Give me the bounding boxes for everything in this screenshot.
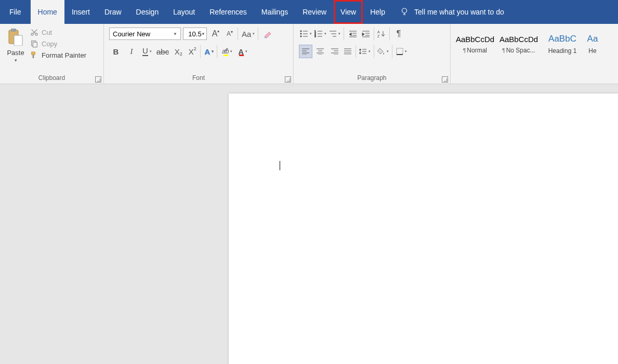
style-normal-preview: AaBbCcDd — [456, 35, 494, 44]
group-clipboard: Paste ▾ Cut Copy — [0, 24, 104, 84]
change-case-button[interactable]: Aa▾ — [241, 27, 258, 41]
style-normal[interactable]: AaBbCcDd ¶Normal — [454, 27, 496, 61]
tab-home[interactable]: Home — [31, 0, 64, 24]
show-hide-marks-button[interactable]: ¶ — [392, 27, 405, 41]
italic-button[interactable]: I — [125, 45, 138, 58]
font-name-value: Courier New — [113, 30, 150, 38]
style-heading1-label: Heading 1 — [548, 47, 577, 55]
ribbon-tabs: File Home Insert Draw Design Layout Refe… — [0, 0, 618, 24]
clipboard-dialog-launcher[interactable] — [95, 76, 101, 83]
copy-icon — [30, 39, 38, 48]
align-left-button[interactable] — [299, 45, 312, 58]
style-no-spacing[interactable]: AaBbCcDd ¶No Spac... — [497, 27, 540, 61]
cut-button[interactable]: Cut — [30, 28, 86, 36]
style-heading-2[interactable]: Aa He — [585, 27, 600, 61]
paste-icon — [7, 27, 24, 47]
lightbulb-icon — [400, 7, 409, 18]
font-size-select[interactable]: 10.5 ▼ — [183, 28, 207, 40]
scissors-icon — [30, 28, 38, 36]
tab-draw[interactable]: Draw — [97, 0, 129, 24]
font-dialog-launcher[interactable] — [285, 76, 291, 83]
svg-rect-5 — [14, 35, 22, 46]
svg-text:A: A — [377, 30, 380, 34]
tab-review[interactable]: Review — [295, 0, 334, 24]
format-painter-label: Format Painter — [42, 51, 86, 59]
svg-rect-13 — [33, 55, 34, 58]
paste-label: Paste — [7, 49, 24, 57]
style-normal-label: ¶Normal — [463, 47, 487, 54]
shading-button[interactable]: ▾ — [376, 45, 392, 58]
paste-dropdown-icon[interactable]: ▾ — [15, 58, 17, 63]
copy-button[interactable]: Copy — [30, 39, 86, 48]
tab-design[interactable]: Design — [129, 0, 166, 24]
group-styles: AaBbCcDd ¶Normal AaBbCcDd ¶No Spac... Aa… — [451, 24, 618, 84]
tell-me-label: Tell me what you want to do — [414, 8, 504, 16]
text-effects-button[interactable]: A▾ — [204, 45, 217, 58]
decrease-indent-button[interactable] — [346, 27, 360, 41]
tell-me-search[interactable]: Tell me what you want to do — [400, 0, 504, 24]
font-size-value: 10.5 — [188, 30, 201, 38]
paragraph-group-label: Paragraph — [294, 74, 450, 84]
document-page[interactable] — [229, 93, 618, 364]
sort-button[interactable]: AZ — [376, 27, 390, 41]
svg-rect-59 — [397, 48, 403, 55]
tab-view[interactable]: View — [334, 0, 363, 24]
paintbrush-icon — [30, 51, 38, 59]
clipboard-group-label: Clipboard — [0, 74, 103, 84]
underline-button[interactable]: U▾ — [140, 45, 154, 58]
svg-point-16 — [300, 33, 301, 34]
strikethrough-button[interactable]: abc — [156, 45, 169, 58]
numbering-button[interactable]: 123▾ — [313, 27, 327, 41]
style-heading2-label: He — [588, 47, 596, 55]
svg-text:3: 3 — [314, 35, 316, 37]
clear-formatting-button[interactable] — [261, 27, 275, 41]
grow-font-button[interactable]: A▴ — [209, 27, 222, 41]
font-color-button[interactable]: A ▾ — [236, 45, 249, 58]
svg-rect-12 — [32, 52, 35, 55]
svg-rect-11 — [33, 42, 37, 47]
paragraph-dialog-launcher[interactable] — [442, 76, 448, 83]
style-nospace-label: ¶No Spac... — [502, 47, 535, 54]
subscript-button[interactable]: X2 — [172, 45, 185, 58]
chevron-down-icon: ▼ — [201, 32, 205, 36]
line-spacing-button[interactable]: ▾ — [358, 45, 374, 58]
cut-label: Cut — [42, 29, 52, 36]
copy-label: Copy — [42, 40, 57, 48]
font-name-select[interactable]: Courier New ▼ — [109, 28, 181, 40]
group-font: Courier New ▼ 10.5 ▼ A▴ A▾ Aa▾ B I U▾ ab… — [104, 24, 294, 84]
borders-button[interactable]: ▾ — [395, 45, 408, 58]
superscript-button[interactable]: X2 — [187, 45, 201, 58]
bold-button[interactable]: B — [109, 45, 123, 58]
align-right-button[interactable] — [328, 45, 341, 58]
tab-file[interactable]: File — [0, 0, 31, 24]
style-heading1-preview: AaBbC — [548, 34, 576, 44]
svg-point-0 — [402, 8, 407, 13]
document-area[interactable] — [0, 84, 618, 364]
tab-mailings[interactable]: Mailings — [254, 0, 295, 24]
increase-indent-button[interactable] — [361, 27, 374, 41]
shrink-font-button[interactable]: A▾ — [225, 27, 238, 41]
svg-rect-4 — [11, 29, 16, 32]
justify-button[interactable] — [343, 45, 356, 58]
format-painter-button[interactable]: Format Painter — [30, 51, 86, 59]
svg-text:Z: Z — [377, 34, 380, 38]
font-group-label: Font — [104, 74, 293, 84]
style-nospace-preview: AaBbCcDd — [499, 35, 538, 44]
tab-layout[interactable]: Layout — [166, 0, 202, 24]
highlight-color-button[interactable]: ab ▾ — [220, 45, 234, 58]
chevron-down-icon: ▼ — [173, 32, 177, 36]
paste-button[interactable]: Paste ▾ — [4, 26, 27, 63]
bullets-button[interactable]: ▾ — [299, 27, 312, 41]
align-center-button[interactable] — [313, 45, 327, 58]
multilevel-list-button[interactable]: ▾ — [328, 27, 344, 41]
svg-point-18 — [300, 36, 301, 37]
ribbon: Paste ▾ Cut Copy — [0, 24, 618, 84]
style-heading-1[interactable]: AaBbC Heading 1 — [541, 27, 584, 61]
tab-help[interactable]: Help — [363, 0, 392, 24]
tab-insert[interactable]: Insert — [64, 0, 97, 24]
text-cursor — [280, 161, 280, 170]
group-paragraph: ▾ 123▾ ▾ AZ ¶ — [294, 24, 451, 84]
svg-point-14 — [300, 31, 301, 32]
style-heading2-preview: Aa — [587, 34, 598, 44]
tab-references[interactable]: References — [202, 0, 254, 24]
